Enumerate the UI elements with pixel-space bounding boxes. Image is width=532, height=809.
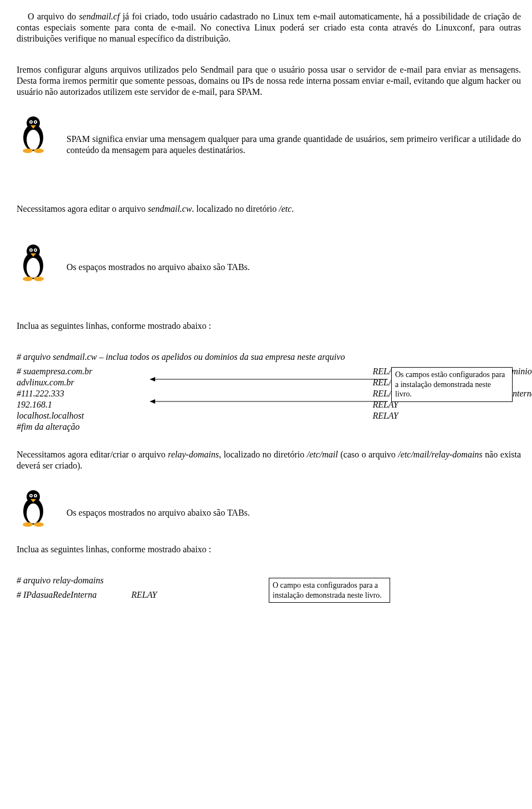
penguin-icon [17,114,50,153]
text: Necessitamos agora editar o arquivo [17,204,148,213]
text-italic: relay-domains [168,450,219,459]
text: . [291,204,294,213]
svg-point-18 [23,277,33,281]
svg-point-25 [27,503,40,523]
paragraph-config-intro: Iremos configurar alguns arquivos utiliz… [17,64,521,98]
svg-point-32 [23,522,33,527]
config-col: RELAY [372,410,532,421]
config-col: advlinux.com.br [17,377,372,388]
config-col: 192.168.1 [17,399,372,410]
config-block-relaydomains: # arquivo relay-domains # IPdasuaRedeInt… [17,575,521,601]
config-col: RELAY [131,589,157,601]
svg-point-5 [30,121,32,123]
text-italic: sendmail.cw [148,204,192,213]
text: O arquivo do [28,12,79,21]
note-text: Os espaços mostrados no arquivo abaixo s… [66,507,521,518]
config-col: #fim da alteração [17,421,372,433]
penguin-icon [17,242,50,281]
text-italic: sendmail.cf [79,12,120,21]
callout-box: Os campos estão configurados para a inst… [391,367,513,402]
callout-box: O campo esta configurados para a instala… [269,578,390,603]
text-italic: /etc/mail/relay-domains [398,450,482,459]
text-italic: /etc [279,204,291,213]
config-block-sendmailcw: # arquivo sendmail.cw – inclua todos os … [17,352,521,433]
svg-point-30 [35,495,37,497]
config-col: localhost.localhost [17,410,372,421]
note-text: Os espaços mostrados no arquivo abaixo s… [66,262,521,273]
text: , localizado no diretório [219,450,307,459]
config-col: # IPdasuaRedeInterna [17,589,131,601]
note-text: SPAM significa enviar uma mensagem qualq… [66,134,521,156]
config-col: #111.222.333 [17,388,372,399]
penguin-icon [17,488,50,527]
paragraph-include-2: Inclua as seguintes linhas, conforme mos… [17,544,521,555]
text: . localizado no diretório [192,204,279,213]
svg-point-19 [34,277,44,281]
svg-point-6 [35,121,37,123]
svg-point-16 [35,250,37,251]
svg-point-29 [30,495,32,497]
config-line: # arquivo sendmail.cw – inclua todos os … [17,352,372,366]
text: Necessitamos agora editar/criar o arquiv… [17,450,168,459]
svg-point-33 [34,522,44,527]
svg-point-1 [27,130,40,150]
svg-point-15 [30,250,32,251]
note-tabs-2: Os espaços mostrados no arquivo abaixo s… [17,488,521,527]
note-spam: SPAM significa enviar uma mensagem qualq… [17,114,521,165]
text-italic: /etc/mail [307,450,338,459]
text: (caso o arquivo [338,450,398,459]
paragraph-edit-relaydomains: Necessitamos agora editar/criar o arquiv… [17,449,521,471]
paragraph-edit-sendmailcw: Necessitamos agora editar o arquivo send… [17,203,521,215]
config-col: # suaempresa.com.br [17,366,372,377]
svg-point-9 [34,149,44,153]
paragraph-include-1: Inclua as seguintes linhas, conforme mos… [17,320,521,332]
svg-point-11 [27,258,40,278]
paragraph-intro: O arquivo do sendmail.cf já foi criado, … [17,11,521,44]
config-line: # arquivo relay-domains [17,575,131,589]
note-tabs-1: Os espaços mostrados no arquivo abaixo s… [17,242,521,282]
svg-point-8 [23,149,33,153]
